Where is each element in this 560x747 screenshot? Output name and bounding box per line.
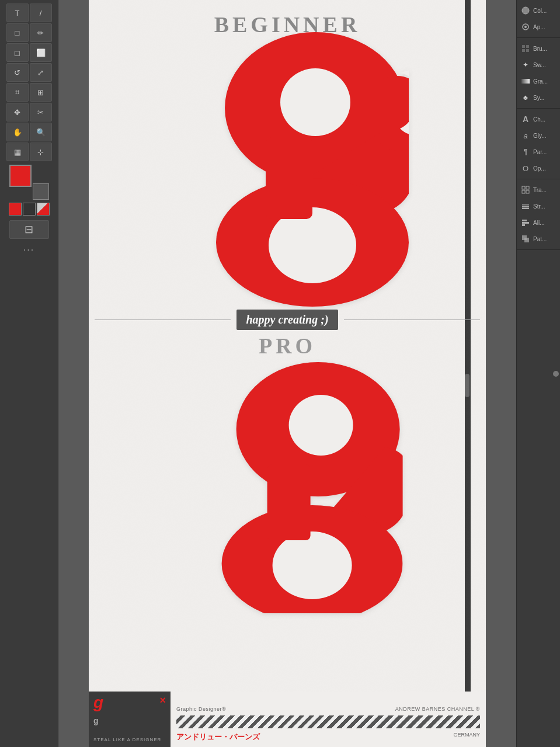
- svg-rect-21: [526, 190, 529, 193]
- svg-rect-26: [522, 222, 529, 224]
- tool-row-8: ▦ ⊹: [2, 143, 55, 161]
- scrollbar-track: [465, 0, 471, 747]
- country-text: GERMANY: [453, 732, 480, 742]
- transform-label: Tra...: [533, 187, 547, 193]
- color-section: [2, 165, 55, 216]
- symbol-tool[interactable]: ⊟: [9, 220, 49, 239]
- panel-item-appearance[interactable]: Ap...: [518, 19, 559, 35]
- more-tools-button[interactable]: ...: [23, 242, 34, 253]
- svg-rect-15: [522, 49, 525, 52]
- panel-item-gradient[interactable]: Gra...: [518, 73, 559, 89]
- panel-collapse-dot[interactable]: [553, 371, 559, 377]
- glyph-icon: a: [520, 130, 531, 141]
- pathfinder-icon: [520, 234, 531, 244]
- panel-item-pathfinder[interactable]: Pat...: [518, 231, 559, 247]
- symbols-icon: ♣: [520, 92, 531, 103]
- canvas-document: BEGINNER: [89, 0, 486, 747]
- stroke-fill-row: [9, 203, 50, 216]
- pen-tool[interactable]: /: [30, 4, 52, 22]
- bottom-info: Graphic Designer® ANDREW BARNES CHANNEL …: [171, 701, 486, 747]
- svg-point-12: [524, 26, 527, 28]
- panel-section-brushes: Bru... ✦ Sw... Gra... ♣ Sy...: [517, 38, 560, 109]
- color-picker-area: [9, 165, 49, 200]
- opentype-icon: O: [520, 163, 531, 173]
- align-icon: [520, 217, 531, 228]
- x-mark: ×: [159, 694, 166, 707]
- gradient-icon: [520, 76, 531, 86]
- svg-rect-14: [526, 45, 529, 48]
- color-panel-icon: [520, 5, 531, 16]
- brushes-label: Bru...: [533, 46, 547, 52]
- select-tool[interactable]: ⊹: [30, 143, 52, 161]
- svg-point-6: [289, 395, 353, 456]
- svg-point-10: [522, 7, 529, 14]
- panel-item-glyph[interactable]: a Gly...: [518, 127, 559, 144]
- brush-tool[interactable]: ✏: [30, 23, 52, 42]
- scrollbar-thumb[interactable]: [465, 374, 469, 397]
- svg-rect-19: [526, 186, 529, 189]
- stroke-swatch-red[interactable]: [9, 203, 22, 216]
- fill-tool[interactable]: ⬜: [30, 43, 52, 62]
- right-edge-controls: [552, 371, 560, 377]
- character-icon: A: [520, 114, 531, 124]
- type-tool[interactable]: T: [6, 4, 29, 22]
- scale-tool[interactable]: ⤢: [30, 63, 52, 82]
- panel-item-align[interactable]: Ali...: [518, 214, 559, 231]
- panel-item-paragraph[interactable]: ¶ Par...: [518, 144, 559, 160]
- pro-label: PRO: [259, 333, 316, 359]
- svg-rect-27: [522, 224, 525, 226]
- background-color-box[interactable]: [33, 183, 49, 200]
- zoom-tool[interactable]: 🔍: [30, 123, 52, 141]
- eyedropper-tool[interactable]: ✥: [6, 103, 29, 121]
- brushes-icon: [520, 43, 531, 54]
- opentype-label: Op...: [533, 165, 546, 172]
- pathfinder-label: Pat...: [533, 236, 547, 242]
- svg-rect-16: [526, 49, 529, 52]
- svg-point-8: [273, 531, 352, 599]
- align-label: Ali...: [533, 220, 544, 226]
- panel-item-opentype[interactable]: O Op...: [518, 160, 559, 176]
- tool-row-7: ✋ 🔍: [2, 123, 55, 141]
- panel-item-stroke[interactable]: Str...: [518, 198, 559, 214]
- g-letter-top: [175, 32, 409, 309]
- graphic-designer-label: Graphic Designer®: [176, 706, 226, 712]
- panel-item-transform[interactable]: Tra...: [518, 182, 559, 198]
- tool-row-2: □ ✏: [2, 23, 55, 42]
- rotate-tool[interactable]: ↺: [6, 63, 29, 82]
- g-letter-bottom: [181, 362, 403, 616]
- rect-tool[interactable]: □: [6, 23, 29, 42]
- svg-rect-17: [521, 79, 530, 84]
- none-swatch[interactable]: [37, 203, 50, 216]
- tool-row-5: ⌗ ⊞: [2, 83, 55, 102]
- warp-tool[interactable]: ⌗: [6, 83, 29, 102]
- svg-rect-13: [522, 45, 525, 48]
- svg-rect-25: [522, 220, 527, 221]
- svg-rect-4: [266, 137, 312, 219]
- panel-item-brushes[interactable]: Bru...: [518, 40, 559, 57]
- panel-item-symbols[interactable]: ♣ Sy...: [518, 89, 559, 106]
- tool-row-1: T /: [2, 4, 55, 22]
- hand-tool[interactable]: ✋: [6, 123, 29, 141]
- stroke-swatch-dark[interactable]: [23, 203, 36, 216]
- chart-tool[interactable]: ▦: [6, 143, 29, 161]
- glyph-label: Gly...: [533, 133, 547, 139]
- scissors-tool[interactable]: ✂: [30, 103, 52, 121]
- japanese-text-row: アンドリュー・バーンズ GERMANY: [176, 732, 480, 742]
- transform-tool[interactable]: ⊞: [30, 83, 52, 102]
- panel-item-character[interactable]: A Ch...: [518, 111, 559, 127]
- paragraph-label: Par...: [533, 149, 547, 155]
- panel-section-color: Col... Ap...: [517, 0, 560, 38]
- happy-badge: happy creating ;): [236, 310, 338, 330]
- appearance-panel-icon: [520, 22, 531, 32]
- eraser-tool[interactable]: ◻: [6, 43, 29, 62]
- tool-row-3: ◻ ⬜: [2, 43, 55, 62]
- panel-item-swatches[interactable]: ✦ Sw...: [518, 57, 559, 73]
- appearance-panel-label: Ap...: [533, 24, 545, 30]
- tool-row-4: ↺ ⤢: [2, 63, 55, 82]
- swatches-icon: ✦: [520, 60, 531, 70]
- stroke-icon: [520, 201, 531, 211]
- foreground-color-box[interactable]: [9, 165, 32, 187]
- symbols-label: Sy...: [533, 95, 544, 101]
- panel-item-color[interactable]: Col...: [518, 2, 559, 19]
- paragraph-icon: ¶: [520, 147, 531, 157]
